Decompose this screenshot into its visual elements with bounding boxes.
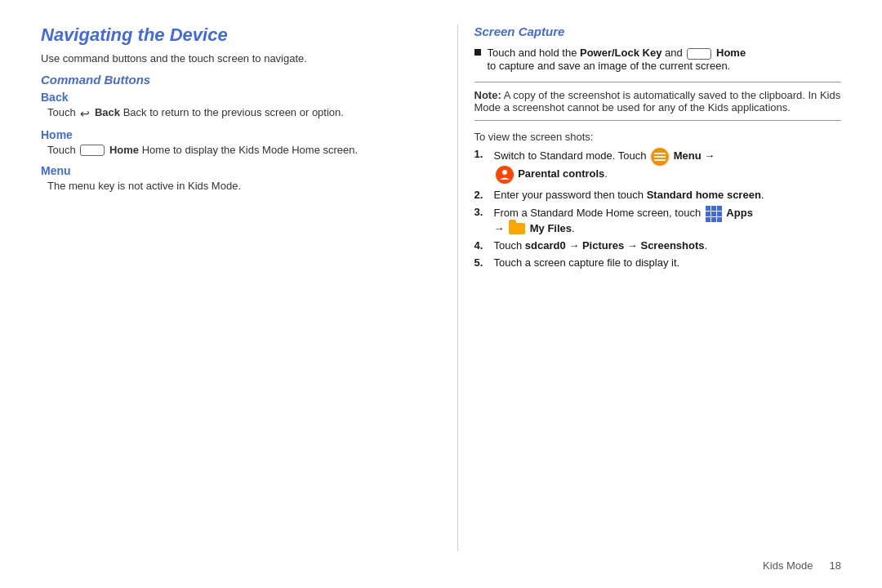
right-column: Screen Capture Touch and hold the Power/…: [457, 24, 842, 551]
page-title: Navigating the Device: [41, 24, 408, 46]
back-description: Touch ↩ Back Back to return to the previ…: [41, 106, 408, 120]
step-4: 4. Touch sdcard0 → Pictures → Screenshot…: [474, 239, 842, 252]
step-2: 2. Enter your password then touch Standa…: [474, 189, 842, 201]
step-4-content: Touch sdcard0 → Pictures → Screenshots.: [494, 239, 708, 252]
view-shots-text: To view the screen shots:: [474, 131, 842, 143]
home-inline-bold: Home: [716, 47, 746, 59]
back-text-post: Back to return to the previous screen or…: [123, 106, 344, 118]
back-text-pre: Touch: [47, 106, 76, 118]
pictures-bold: Pictures: [582, 239, 624, 252]
my-files-bold: My Files: [530, 222, 572, 234]
left-column: Navigating the Device Use command button…: [41, 24, 425, 551]
home-text-pre: Touch: [47, 144, 76, 156]
step-1-content: Switch to Standard mode. Touch Menu →: [494, 148, 715, 184]
svg-point-3: [502, 170, 507, 175]
home-button-icon: [80, 145, 105, 156]
footer: Kids Mode 18: [41, 551, 841, 572]
home-description: Touch Home Home to display the Kids Mode…: [41, 144, 408, 157]
menu-description: The menu key is not active in Kids Mode.: [41, 180, 408, 192]
step-3-num: 3.: [474, 206, 488, 218]
svg-rect-1: [654, 156, 666, 158]
power-lock-bold: Power/Lock Key: [580, 47, 665, 59]
bullet-square-icon: [474, 49, 481, 56]
step-2-num: 2.: [474, 189, 488, 201]
step-3-content: From a Standard Mode Home screen, touch …: [494, 206, 753, 235]
note-text: A copy of the screenshot is automaticall…: [474, 89, 841, 114]
back-bold: Back: [95, 106, 123, 118]
standard-home-bold: Standard home screen: [647, 189, 761, 201]
folder-icon: [509, 223, 525, 234]
steps-list: 1. Switch to Standard mode. Touch Menu →: [474, 148, 842, 270]
menu-heading: Menu: [41, 164, 408, 177]
home-text-post: Home to display the Kids Mode Home scree…: [142, 144, 358, 156]
apps-grid-icon: [706, 206, 722, 222]
menu-bold: Menu: [674, 149, 705, 162]
step-1: 1. Switch to Standard mode. Touch Menu →: [474, 148, 842, 184]
menu-circle-icon: [651, 148, 669, 166]
note-box: Note: A copy of the screenshot is automa…: [474, 82, 842, 121]
screen-capture-heading: Screen Capture: [474, 24, 842, 38]
step-5-num: 5.: [474, 256, 488, 269]
parental-controls-icon: [496, 166, 514, 184]
apps-bold: Apps: [726, 207, 753, 219]
command-buttons-heading: Command Buttons: [41, 73, 408, 87]
home-icon-inline: [687, 48, 711, 60]
parental-controls-bold: Parental controls: [518, 167, 604, 180]
step-5: 5. Touch a screen capture file to displa…: [474, 256, 842, 269]
screenshots-bold: Screenshots: [640, 239, 704, 252]
back-heading: Back: [41, 91, 408, 104]
menu-lines-icon: [654, 151, 666, 163]
screen-capture-bullet: Touch and hold the Power/Lock Key and Ho…: [474, 47, 842, 72]
page: Navigating the Device Use command button…: [0, 0, 882, 588]
back-icon: ↩: [80, 107, 90, 120]
intro-text: Use command buttons and the touch screen…: [41, 52, 408, 65]
home-heading: Home: [41, 128, 408, 141]
footer-page: 18: [830, 559, 841, 572]
svg-rect-2: [654, 159, 666, 161]
step-2-content: Enter your password then touch Standard …: [494, 189, 764, 201]
parental-icon-svg: [499, 169, 510, 180]
step-5-content: Touch a screen capture file to display i…: [494, 256, 680, 269]
screen-capture-text: Touch and hold the Power/Lock Key and Ho…: [488, 47, 746, 72]
svg-rect-0: [654, 153, 666, 154]
step-1-num: 1.: [474, 148, 488, 160]
step-3: 3. From a Standard Mode Home screen, tou…: [474, 206, 842, 235]
sdcard-bold: sdcard0: [525, 239, 566, 252]
note-label: Note:: [474, 89, 501, 101]
content-area: Navigating the Device Use command button…: [41, 24, 841, 551]
step-4-num: 4.: [474, 239, 488, 252]
home-bold: Home: [109, 144, 142, 156]
footer-mode: Kids Mode: [763, 559, 813, 572]
